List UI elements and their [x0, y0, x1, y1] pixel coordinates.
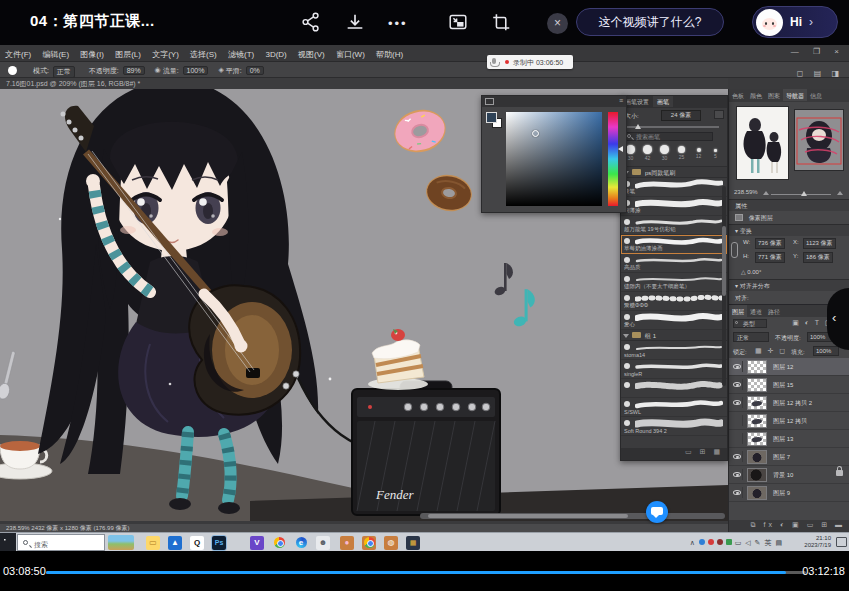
height-field[interactable]: 771 像素	[755, 252, 785, 263]
taskbar-app-browser2[interactable]	[362, 536, 376, 550]
menu-edit[interactable]: 编辑(E)	[42, 49, 69, 60]
taskbar-chrome[interactable]	[272, 536, 286, 550]
menu-window[interactable]: 窗口(W)	[336, 49, 365, 60]
layer-blend-mode-select[interactable]: 正常	[733, 332, 769, 342]
brush-size-value[interactable]: 24 像素	[661, 110, 701, 121]
tab-layers[interactable]: 图层	[729, 305, 747, 317]
visibility-eye-icon[interactable]	[733, 364, 741, 369]
brush-size-slider[interactable]	[621, 122, 727, 131]
visibility-eye-icon[interactable]	[733, 490, 741, 495]
brush-item-selected[interactable]: 草莓奶油薄涂画	[621, 235, 727, 254]
layer-row[interactable]: 图层 15	[729, 376, 849, 394]
layer-row[interactable]: 图层 12 拷贝 2	[729, 394, 849, 412]
layer-thumbnail[interactable]	[747, 450, 767, 464]
brush-angle-icon[interactable]	[714, 110, 724, 119]
transform-section-header[interactable]: ▾ 变换	[729, 224, 849, 236]
brush-item[interactable]: singleR	[621, 360, 727, 379]
layer-row[interactable]: 图层 12	[729, 358, 849, 376]
taskbar-app-grid[interactable]: ▦	[406, 536, 420, 550]
rotation-angle-row[interactable]: △ 0.00°	[729, 266, 849, 279]
taskbar-contacts[interactable]: ☻	[316, 536, 330, 550]
layer-row[interactable]: 图层 13	[729, 430, 849, 448]
taskbar-app-pink[interactable]: ●	[340, 536, 354, 550]
layer-fill-field[interactable]: 100%	[813, 346, 839, 356]
weather-widget[interactable]	[108, 535, 134, 550]
link-dimensions-icon[interactable]	[731, 242, 738, 258]
taskbar-file-explorer[interactable]: ▭	[146, 536, 160, 550]
tab-swatches[interactable]: 色板	[729, 89, 747, 101]
lock-icons[interactable]: ▦ ✛ ◻	[755, 347, 787, 355]
layer-thumbnail[interactable]	[747, 396, 767, 410]
airbrush-icon[interactable]: ◈	[218, 66, 223, 74]
taskbar-search-input[interactable]: 搜索	[17, 534, 105, 551]
share-button[interactable]	[300, 11, 322, 33]
foreground-background-swatch[interactable]	[486, 112, 502, 128]
chat-floating-button[interactable]	[646, 501, 668, 523]
layer-thumbnail[interactable]	[747, 432, 767, 446]
align-distribute-header[interactable]: ▾ 对齐并分布	[729, 279, 849, 291]
layer-row[interactable]: 背景 10	[729, 466, 849, 484]
y-field[interactable]: 186 像素	[803, 252, 833, 263]
visibility-eye-icon[interactable]	[733, 400, 741, 405]
brush-group-header[interactable]: ps同款笔刷	[621, 167, 727, 178]
brush-tip[interactable]: 5	[708, 145, 723, 159]
tab-brushes[interactable]: 画笔	[653, 96, 673, 107]
color-picker-ring[interactable]	[532, 130, 539, 137]
brush-group-header[interactable]: 组 1	[621, 330, 727, 341]
brush-tip[interactable]: 42	[640, 145, 655, 161]
canvas-horizontal-scrollbar[interactable]	[420, 513, 725, 519]
tray-pen-icon[interactable]: ✎	[755, 539, 762, 546]
opacity-select[interactable]: 89%	[123, 66, 145, 75]
brush-item[interactable]: stoma14	[621, 341, 727, 360]
hue-strip[interactable]	[608, 112, 618, 206]
brush-panel-scrollbar[interactable]	[722, 186, 726, 386]
brush-tip[interactable]: 12	[691, 145, 706, 159]
menu-select[interactable]: 选择(S)	[190, 49, 217, 60]
layer-thumbnail[interactable]	[747, 414, 767, 428]
tab-info[interactable]: 信息	[807, 89, 825, 101]
menu-3d[interactable]: 3D(D)	[265, 50, 286, 59]
tray-app-blue-icon[interactable]	[699, 539, 705, 545]
brush-item[interactable]: 喷笔	[621, 178, 727, 197]
tab-navigator[interactable]: 导航器	[783, 89, 807, 101]
visibility-eye-icon[interactable]	[733, 382, 741, 387]
navigator-zoom-value[interactable]: 238.59%	[734, 189, 758, 195]
layer-thumbnail[interactable]	[747, 378, 767, 392]
brush-tip-preview-icon[interactable]	[8, 66, 17, 75]
layer-filter-type-select[interactable]: 类型	[733, 319, 767, 328]
menu-layer[interactable]: 图层(L)	[115, 49, 141, 60]
collapse-sidebar-tab[interactable]: ‹	[827, 288, 849, 350]
brush-search-input[interactable]: 搜索画笔	[625, 132, 713, 141]
brush-item[interactable]: 缝隙内（不要太干细磨笔）	[621, 273, 727, 292]
tab-color[interactable]: 颜色	[747, 89, 765, 101]
tray-expand-icon[interactable]: ∧	[690, 539, 696, 546]
system-tray[interactable]: ∧ ▭ ◁ ✎ 英 ▤	[690, 538, 783, 548]
layer-row[interactable]: 图层 9	[729, 484, 849, 502]
clip-button[interactable]	[490, 11, 512, 33]
layer-row[interactable]: 图层 7	[729, 448, 849, 466]
width-field[interactable]: 736 像素	[755, 238, 785, 249]
menu-image[interactable]: 图像(I)	[80, 49, 104, 60]
menu-help[interactable]: 帮助(H)	[376, 49, 403, 60]
more-options-button[interactable]: •••	[388, 16, 408, 31]
taskbar-photoshop[interactable]: Ps	[212, 536, 226, 550]
ask-about-video-pill[interactable]: 这个视频讲了什么?	[576, 8, 724, 36]
layer-row[interactable]: 图层 12 拷贝	[729, 412, 849, 430]
download-button[interactable]	[344, 11, 366, 33]
assistant-entry-pill[interactable]: Hi ›	[752, 6, 838, 38]
tab-paths[interactable]: 路径	[765, 305, 783, 317]
tab-channels[interactable]: 通道	[747, 305, 765, 317]
x-field[interactable]: 1123 像素	[803, 238, 836, 249]
smoothing-select[interactable]: 0%	[246, 66, 264, 75]
tray-display-icon[interactable]: ▭	[735, 539, 743, 546]
taskbar-qq[interactable]: Q	[190, 536, 204, 550]
pip-button[interactable]	[447, 11, 469, 33]
brush-item[interactable]: Soft Round 394 2	[621, 417, 727, 436]
video-frame-photoshop[interactable]: 录制中 03:06:50 文件(F) 编辑(E) 图像(I) 图层(L) 文字(…	[0, 45, 849, 551]
brush-item[interactable]: 聚糖ΦΦΦ	[621, 292, 727, 311]
taskbar-app-v[interactable]: V	[250, 536, 264, 550]
brush-item[interactable]: 高品质	[621, 254, 727, 273]
layer-thumbnail[interactable]	[747, 486, 767, 500]
navigator-proxy-thumbnail[interactable]	[794, 109, 844, 171]
brush-item[interactable]: 爱心	[621, 311, 727, 330]
